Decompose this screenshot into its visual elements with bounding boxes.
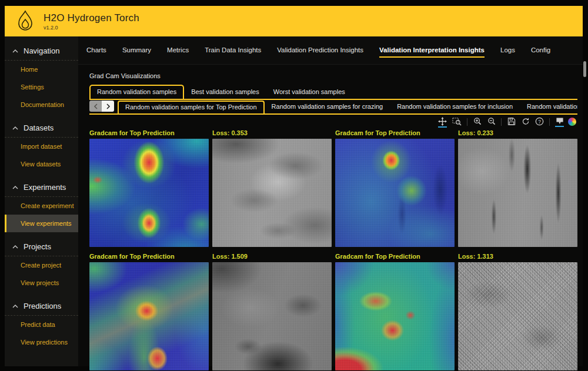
sidebar-item-documentation[interactable]: Documentation <box>5 96 78 113</box>
chevron-up-icon <box>12 49 18 53</box>
app-window: H2O Hydrogen Torch v1.2.0 Navigation Hom… <box>0 0 588 371</box>
box-zoom-icon[interactable] <box>451 116 463 128</box>
sidebar-header-datasets[interactable]: Datasets <box>5 118 78 138</box>
main-panel: Charts Summary Metrics Train Data Insigh… <box>78 36 583 366</box>
gradcam-heatmap-image[interactable] <box>335 139 455 247</box>
tab-validation-interpretation-insights[interactable]: Validation Interpretation Insights <box>379 46 485 58</box>
tab-metrics[interactable]: Metrics <box>167 46 189 58</box>
sidebar-item-view-datasets[interactable]: View datasets <box>5 155 78 173</box>
tab-config[interactable]: Config <box>531 46 550 58</box>
sidebar-header-predictions[interactable]: Predictions <box>5 296 78 316</box>
zoom-in-icon[interactable] <box>472 116 483 128</box>
subtab-worst-validation-samples[interactable]: Worst validation samples <box>266 85 352 99</box>
vertical-scrollbar-thumb[interactable] <box>583 61 586 77</box>
scroll-left-button[interactable] <box>89 101 102 112</box>
validation-sample-image[interactable] <box>212 139 332 247</box>
sidebar-item-create-experiment[interactable]: Create experiment <box>5 197 78 215</box>
classtab-crazing[interactable]: Random validation samples for crazing <box>265 101 390 113</box>
sidebar-item-home[interactable]: Home <box>5 61 78 78</box>
gradcam-title: Gradcam for Top Prediction <box>335 129 455 139</box>
save-snapshot-icon[interactable] <box>506 116 517 128</box>
chevron-up-icon <box>12 126 18 130</box>
h2o-flame-logo-icon <box>16 10 34 32</box>
sidebar-section-navigation: Navigation Home Settings Documentation <box>5 41 78 113</box>
sidebar-section-label: Predictions <box>24 302 61 310</box>
gradcam-title: Gradcam for Top Prediction <box>335 252 455 262</box>
sidebar-section-label: Navigation <box>24 46 59 55</box>
plotly-logo-icon[interactable] <box>568 118 576 126</box>
sidebar-header-navigation[interactable]: Navigation <box>5 41 78 61</box>
sidebar-item-view-predictions[interactable]: View predictions <box>5 333 78 351</box>
sidebar-section-label: Experiments <box>24 183 66 192</box>
grid-cell: Loss: 1.509 <box>212 247 332 370</box>
chevron-left-icon <box>93 103 98 109</box>
grid-cell: Loss: 1.313 <box>458 247 577 370</box>
tab-summary[interactable]: Summary <box>122 46 151 58</box>
sidebar-section-label: Datasets <box>24 123 54 132</box>
grid-cell: Loss: 0.233 <box>458 129 577 247</box>
chevron-right-icon <box>106 103 111 109</box>
grid-cell: Gradcam for Top Prediction <box>89 247 209 370</box>
classtab-top-prediction[interactable]: Random validation samples for Top Predic… <box>118 101 265 113</box>
sidebar-section-label: Projects <box>24 242 51 251</box>
sample-tabs: Random validation samples Best validatio… <box>89 85 577 100</box>
sidebar-item-import-dataset[interactable]: Import dataset <box>5 138 78 155</box>
modebar-separator <box>501 118 502 126</box>
gradcam-title: Gradcam for Top Prediction <box>89 252 209 262</box>
gradcam-title: Gradcam for Top Prediction <box>89 129 209 139</box>
gradcam-heatmap-image[interactable] <box>89 139 209 247</box>
chevron-up-icon <box>12 245 18 249</box>
sidebar-item-create-project[interactable]: Create project <box>5 256 78 274</box>
sidebar-header-experiments[interactable]: Experiments <box>5 178 78 197</box>
help-icon[interactable]: ? <box>534 116 545 128</box>
chevron-up-icon <box>12 186 18 189</box>
validation-sample-image[interactable] <box>212 262 332 370</box>
sidebar-item-settings[interactable]: Settings <box>5 78 78 96</box>
subtab-best-validation-samples[interactable]: Best validation samples <box>184 85 266 99</box>
section-title: Grad Cam Visualizations <box>89 72 577 79</box>
tab-charts[interactable]: Charts <box>86 46 106 58</box>
svg-text:?: ? <box>538 118 541 124</box>
grid-cell: Gradcam for Top Prediction <box>89 129 209 247</box>
plot-modebar: ? <box>89 115 577 128</box>
validation-sample-image[interactable] <box>458 262 577 370</box>
hover-mode-icon[interactable] <box>554 116 565 127</box>
validation-sample-image[interactable] <box>458 139 577 247</box>
chevron-up-icon <box>12 305 18 308</box>
grid-cell: Loss: 0.353 <box>212 129 332 247</box>
loss-label: Loss: 0.233 <box>458 129 577 139</box>
sidebar-item-view-experiments[interactable]: View experiments <box>5 215 78 232</box>
sidebar-section-experiments: Experiments Create experiment View exper… <box>5 178 78 232</box>
subtab-random-validation-samples[interactable]: Random validation samples <box>89 85 184 99</box>
pan-icon[interactable] <box>437 116 448 128</box>
gradcam-heatmap-image[interactable] <box>89 262 209 370</box>
grid-cell: Gradcam for Top Prediction <box>335 247 455 370</box>
sidebar-item-predict-data[interactable]: Predict data <box>5 316 78 333</box>
loss-label: Loss: 1.509 <box>212 252 332 262</box>
tab-train-data-insights[interactable]: Train Data Insights <box>205 46 261 58</box>
modebar-separator <box>549 118 550 126</box>
grid-cell: Gradcam for Top Prediction <box>335 129 455 247</box>
app-header: H2O Hydrogen Torch v1.2.0 <box>5 6 583 36</box>
sidebar-section-datasets: Datasets Import dataset View datasets <box>5 118 78 173</box>
sidebar-section-projects: Projects Create project View projects <box>5 237 78 292</box>
sidebar-header-projects[interactable]: Projects <box>5 237 78 256</box>
classtab-patches[interactable]: Random validation samples for patches <box>520 101 577 113</box>
reset-view-icon[interactable] <box>520 116 531 128</box>
tab-logs[interactable]: Logs <box>500 46 515 58</box>
sidebar-item-view-projects[interactable]: View projects <box>5 274 78 292</box>
app-title: H2O Hydrogen Torch <box>44 12 139 24</box>
sidebar: Navigation Home Settings Documentation D… <box>5 36 78 366</box>
class-tabs: Random validation samples for Top Predic… <box>89 100 577 115</box>
zoom-out-icon[interactable] <box>486 116 497 128</box>
loss-label: Loss: 0.353 <box>212 129 332 139</box>
scroll-right-button[interactable] <box>102 101 114 112</box>
experiment-tabbar: Charts Summary Metrics Train Data Insigh… <box>78 36 583 65</box>
gradcam-heatmap-image[interactable] <box>335 262 455 370</box>
tab-validation-prediction-insights[interactable]: Validation Prediction Insights <box>277 46 363 58</box>
modebar-separator <box>467 118 467 126</box>
app-version: v1.2.0 <box>44 25 139 31</box>
classtab-inclusion[interactable]: Random validation samples for inclusion <box>390 101 520 113</box>
sidebar-section-predictions: Predictions Predict data View prediction… <box>5 296 78 351</box>
tab-scroll-buttons <box>89 101 114 112</box>
